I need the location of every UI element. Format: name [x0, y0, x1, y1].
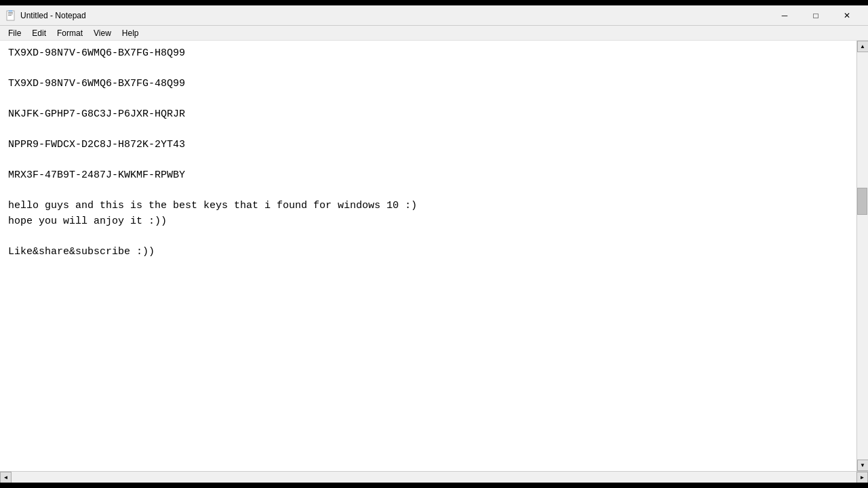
close-button[interactable]: ✕	[831, 5, 863, 26]
scroll-up-button[interactable]: ▲	[857, 41, 869, 52]
black-bar-top	[0, 0, 868, 5]
menu-bar: File Edit Format View Help	[0, 26, 868, 41]
svg-rect-1	[8, 12, 13, 13]
menu-view[interactable]: View	[88, 27, 117, 39]
menu-format[interactable]: Format	[52, 27, 88, 39]
scroll-track[interactable]	[857, 52, 868, 460]
horizontal-scrollbar[interactable]: ◄ ►	[0, 471, 868, 483]
scroll-left-button[interactable]: ◄	[0, 472, 12, 483]
window-controls: ─ □ ✕	[769, 5, 863, 26]
scroll-down-button[interactable]: ▼	[857, 460, 869, 471]
black-bar-bottom	[0, 483, 868, 488]
menu-help[interactable]: Help	[117, 27, 144, 39]
notepad-icon	[5, 10, 16, 21]
svg-rect-4	[9, 10, 12, 12]
scroll-thumb[interactable]	[857, 188, 867, 215]
menu-file[interactable]: File	[3, 27, 26, 39]
bottom-bars: ◄ ►	[0, 471, 868, 483]
minimize-button[interactable]: ─	[769, 5, 800, 26]
notepad-window: Untitled - Notepad ─ □ ✕ File Edit Forma…	[0, 0, 868, 488]
menu-edit[interactable]: Edit	[26, 27, 52, 39]
scroll-right-button[interactable]: ►	[856, 472, 868, 483]
editor-text-area[interactable]: TX9XD-98N7V-6WMQ6-BX7FG-H8Q99 TX9XD-98N7…	[0, 41, 856, 471]
title-bar: Untitled - Notepad ─ □ ✕	[0, 5, 868, 26]
window-title: Untitled - Notepad	[20, 11, 769, 20]
svg-rect-3	[8, 15, 12, 16]
editor-container: TX9XD-98N7V-6WMQ6-BX7FG-H8Q99 TX9XD-98N7…	[0, 41, 868, 471]
svg-rect-2	[8, 14, 13, 14]
maximize-button[interactable]: □	[800, 5, 831, 26]
vertical-scrollbar[interactable]: ▲ ▼	[856, 41, 868, 471]
